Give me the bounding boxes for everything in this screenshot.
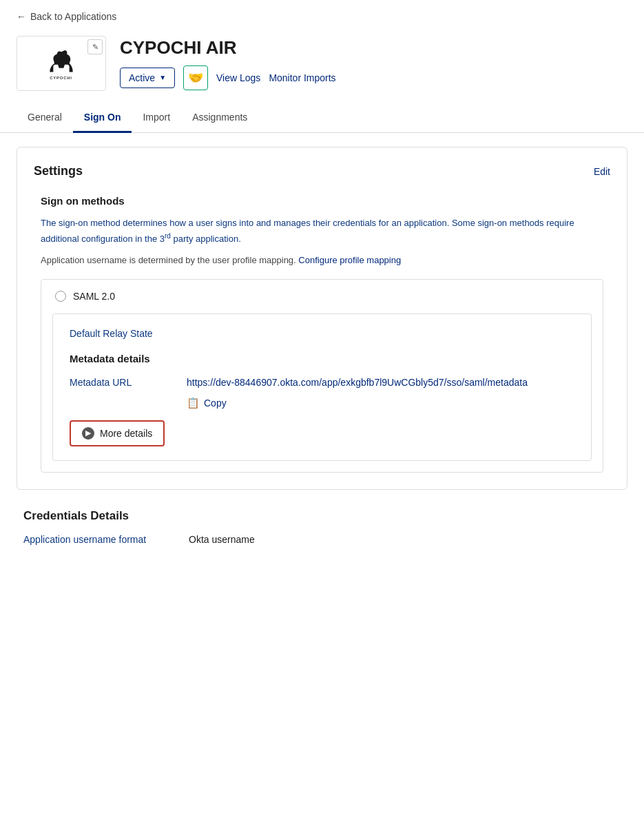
copy-icon: 📋 bbox=[187, 397, 200, 409]
pencil-icon: ✎ bbox=[92, 43, 98, 52]
app-name: CYPOCHI AIR bbox=[120, 37, 336, 59]
configure-profile-mapping-link[interactable]: Configure profile mapping bbox=[298, 255, 401, 265]
credentials-title: Credentials Details bbox=[23, 509, 621, 523]
copy-button[interactable]: 📋 Copy bbox=[187, 397, 227, 409]
metadata-url-label: Metadata URL bbox=[70, 375, 159, 388]
view-logs-link[interactable]: View Logs bbox=[216, 72, 260, 83]
settings-card: Settings Edit Sign on methods The sign-o… bbox=[17, 147, 627, 490]
tab-assignments[interactable]: Assignments bbox=[181, 105, 258, 133]
saml-header: SAML 2.0 bbox=[41, 280, 603, 313]
radio-inner bbox=[58, 293, 63, 299]
credentials-section: Credentials Details Application username… bbox=[17, 509, 627, 545]
username-format-label: Application username format bbox=[23, 534, 161, 545]
saml-radio-button[interactable] bbox=[55, 291, 66, 302]
tab-sign-on[interactable]: Sign On bbox=[73, 105, 132, 133]
tabs-container: General Sign On Import Assignments bbox=[0, 105, 644, 133]
monitor-imports-link[interactable]: Monitor Imports bbox=[269, 72, 335, 83]
app-logo-image: CYPOCHI bbox=[44, 46, 79, 81]
saml-label: SAML 2.0 bbox=[73, 291, 115, 302]
handshake-icon: 🤝 bbox=[188, 70, 203, 85]
metadata-details-title: Metadata details bbox=[70, 353, 574, 364]
back-arrow-icon: ← bbox=[17, 11, 26, 22]
sign-on-description: The sign-on method determines how a user… bbox=[41, 216, 603, 247]
metadata-row: Metadata URL https://dev-88446907.okta.c… bbox=[70, 375, 574, 409]
app-logo-box: ✎ CYPOCHI bbox=[17, 36, 106, 91]
back-navigation: ← Back to Applications bbox=[0, 0, 644, 29]
sign-on-section: Sign on methods The sign-on method deter… bbox=[34, 195, 610, 473]
copy-label: Copy bbox=[204, 398, 227, 409]
status-label: Active bbox=[129, 72, 155, 83]
tab-general[interactable]: General bbox=[17, 105, 73, 133]
username-format-value: Okta username bbox=[189, 534, 255, 545]
settings-header: Settings Edit bbox=[34, 164, 610, 178]
status-dropdown-button[interactable]: Active ▼ bbox=[120, 68, 175, 88]
app-title-section: CYPOCHI AIR Active ▼ 🤝 View Logs Monitor… bbox=[120, 37, 336, 90]
default-relay-state-label: Default Relay State bbox=[70, 328, 574, 339]
handshake-button[interactable]: 🤝 bbox=[183, 65, 208, 90]
logo-text-element: CYPOCHI bbox=[50, 76, 72, 80]
saml-content: Default Relay State Metadata details Met… bbox=[52, 313, 592, 461]
credentials-row: Application username format Okta usernam… bbox=[23, 534, 621, 545]
app-actions: Active ▼ 🤝 View Logs Monitor Imports bbox=[120, 65, 336, 90]
app-header: ✎ CYPOCHI CYPOCHI AIR Active ▼ 🤝 View Lo… bbox=[0, 29, 644, 91]
metadata-value-section: https://dev-88446907.okta.com/app/exkgbf… bbox=[187, 375, 574, 409]
dog-icon: CYPOCHI bbox=[44, 46, 79, 81]
metadata-url-value: https://dev-88446907.okta.com/app/exkgbf… bbox=[187, 375, 574, 390]
main-content: Settings Edit Sign on methods The sign-o… bbox=[0, 133, 644, 559]
back-to-applications-link[interactable]: Back to Applications bbox=[30, 11, 116, 22]
more-details-label: More details bbox=[100, 428, 152, 439]
more-details-button[interactable]: ▶ More details bbox=[70, 420, 165, 446]
settings-title: Settings bbox=[34, 164, 83, 178]
profile-mapping-text: Application username is determined by th… bbox=[41, 255, 603, 265]
edit-settings-button[interactable]: Edit bbox=[594, 166, 610, 177]
edit-logo-button[interactable]: ✎ bbox=[87, 39, 103, 54]
chevron-down-icon: ▼ bbox=[159, 74, 166, 81]
circle-arrow-icon: ▶ bbox=[82, 427, 94, 440]
saml-section: SAML 2.0 Default Relay State Metadata de… bbox=[41, 279, 603, 473]
sign-on-methods-title: Sign on methods bbox=[41, 195, 603, 207]
tab-import[interactable]: Import bbox=[132, 105, 181, 133]
